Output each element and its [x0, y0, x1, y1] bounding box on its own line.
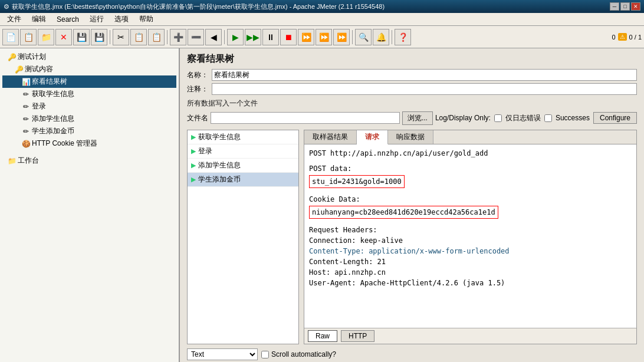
scroll-checkbox[interactable]: [261, 351, 269, 358]
window-title: 获取学生信息.jmx (E:\besttest\python\python自动化…: [12, 2, 385, 11]
text-format-select[interactable]: Text: [187, 348, 258, 360]
gap-1: [309, 159, 632, 163]
post-data-value: stu_id=2431&gold=1000: [309, 175, 405, 188]
successes-label: Successes: [556, 114, 590, 122]
configure-button[interactable]: Configure: [593, 112, 637, 124]
http-button[interactable]: HTTP: [341, 330, 374, 342]
tb-paste[interactable]: 📋: [148, 29, 165, 45]
comment-label: 注释：: [187, 84, 208, 94]
minimize-button[interactable]: ─: [610, 2, 619, 11]
tb-toggle[interactable]: ◀: [205, 29, 222, 45]
toolbar-separator-5: [392, 30, 392, 44]
only-errors-checkbox[interactable]: [494, 114, 502, 122]
sample-list-item-1[interactable]: ▶ 登录: [188, 144, 298, 159]
sample-list-item-3[interactable]: ▶ 学生添加金币: [188, 173, 298, 187]
post-url-line: POST http://api.nnzhp.cn/api/user/gold_a…: [309, 148, 632, 159]
toolbar-separator-4: [352, 30, 353, 44]
tb-stop[interactable]: ⏹: [280, 29, 297, 45]
cookie-icon: 🍪: [21, 139, 31, 149]
maximize-button[interactable]: □: [620, 2, 630, 11]
successes-checkbox[interactable]: [544, 114, 552, 122]
tb-copy[interactable]: 📋: [130, 29, 147, 45]
toolbar-separator-2: [167, 30, 167, 44]
menu-edit[interactable]: 编辑: [27, 13, 51, 25]
sample-icon-2: ▶: [191, 162, 196, 169]
menu-run[interactable]: 运行: [85, 13, 109, 25]
tree-item-add-student[interactable]: ✏ 添加学生信息: [2, 113, 176, 125]
menu-help[interactable]: 帮助: [134, 13, 158, 25]
tb-open[interactable]: 📁: [38, 29, 54, 45]
sample-list-item-2[interactable]: ▶ 添加学生信息: [188, 159, 298, 173]
comment-input[interactable]: [212, 83, 637, 95]
raw-button[interactable]: Raw: [308, 330, 337, 342]
workarea-icon: 📁: [7, 156, 17, 166]
file-input[interactable]: [211, 112, 400, 124]
sample-icon-0: ▶: [191, 133, 196, 141]
connection-line: Connection: keep-alive: [309, 235, 632, 246]
tb-help[interactable]: ❓: [395, 29, 411, 45]
browse-button[interactable]: 浏览...: [402, 111, 433, 125]
tb-open-template[interactable]: 📋: [20, 29, 37, 45]
name-input[interactable]: [212, 69, 637, 81]
tb-clear-all[interactable]: ⏩: [333, 29, 350, 45]
tree-item-get-student-info[interactable]: ✏ 获取学生信息: [2, 88, 176, 100]
tab-sampler-result[interactable]: 取样器结果: [304, 130, 357, 144]
detail-content: POST http://api.nnzhp.cn/api/user/gold_a…: [304, 144, 636, 328]
menu-search[interactable]: Search: [52, 14, 84, 25]
tree-item-http-cookie[interactable]: 🍪 HTTP Cookie 管理器: [2, 137, 176, 150]
tree-item-view-results[interactable]: 📊 察看结果树: [2, 75, 176, 88]
sample-list: ▶ 获取学生信息 ▶ 登录 ▶ 添加学生信息 ▶ 学生添加金币: [187, 130, 299, 344]
menu-file[interactable]: 文件: [2, 13, 26, 25]
left-panel: 🔑 测试计划 🔑 测试内容 📊 察看结果树 ✏ 获取学生信息 ✏ 登录 ✏: [0, 48, 180, 362]
edit-icon-4: ✏: [21, 127, 31, 136]
host-line: Host: api.nnzhp.cn: [309, 267, 632, 278]
tree-container: 🔑 测试计划 🔑 测试内容 📊 察看结果树 ✏ 获取学生信息 ✏ 登录 ✏: [0, 48, 179, 169]
post-data-label: POST data:: [309, 163, 632, 174]
tb-collapse[interactable]: ➖: [188, 29, 204, 45]
tree-label-login: 登录: [32, 101, 46, 111]
tb-search[interactable]: 🔍: [355, 29, 372, 45]
gap-3: [309, 220, 632, 225]
name-row: 名称：: [187, 69, 637, 81]
log-display-label: Log/Display Only:: [435, 114, 491, 122]
tree-item-add-gold[interactable]: ✏ 学生添加金币: [2, 125, 176, 137]
sample-label-2: 添加学生信息: [198, 160, 241, 170]
tab-request[interactable]: 请求: [357, 130, 388, 144]
tb-shutdown[interactable]: ⏩: [298, 29, 314, 45]
tb-clear[interactable]: ⏩: [316, 29, 332, 45]
tree-label-http-cookie: HTTP Cookie 管理器: [32, 139, 97, 149]
tb-expand[interactable]: ➕: [170, 29, 186, 45]
close-button[interactable]: ✕: [631, 2, 640, 11]
tree-label-test-plan: 测试计划: [18, 52, 46, 62]
tree-item-workarea[interactable]: 📁 工作台: [2, 154, 176, 167]
tb-cut[interactable]: ✂: [113, 29, 129, 45]
tb-start-nopause[interactable]: ▶▶: [245, 29, 261, 45]
tb-save-all[interactable]: 💾: [91, 29, 107, 45]
gap-2: [309, 189, 632, 194]
tb-remote[interactable]: 🔔: [373, 29, 389, 45]
tree-label-add-student: 添加学生信息: [32, 114, 74, 124]
name-label: 名称：: [187, 70, 208, 80]
tb-new[interactable]: 📄: [2, 29, 19, 45]
title-bar: ⚙ 获取学生信息.jmx (E:\besttest\python\python自…: [0, 0, 644, 13]
scroll-label-text: Scroll automatically?: [271, 350, 336, 358]
menu-options[interactable]: 选项: [110, 13, 133, 25]
tree-item-login[interactable]: ✏ 登录: [2, 100, 176, 113]
sample-list-item-0[interactable]: ▶ 获取学生信息: [188, 130, 298, 144]
tb-save[interactable]: 💾: [73, 29, 90, 45]
content-length-line: Content-Length: 21: [309, 256, 632, 267]
tb-close[interactable]: ✕: [55, 29, 72, 45]
cookie-data-label: Cookie Data:: [309, 194, 632, 205]
tb-pause[interactable]: ⏸: [262, 29, 279, 45]
all-data-label: 所有数据写入一个文件: [187, 99, 258, 107]
sample-label-3: 学生添加金币: [198, 175, 241, 185]
file-label: 文件名: [187, 113, 208, 123]
tree-item-test-plan[interactable]: 🔑 测试计划: [2, 51, 176, 63]
tab-response-data[interactable]: 响应数据: [388, 130, 433, 144]
sample-label-1: 登录: [198, 146, 212, 156]
tree-item-test-content[interactable]: 🔑 测试内容: [2, 63, 176, 75]
tb-start[interactable]: ▶: [227, 29, 244, 45]
form-section: 名称： 注释：: [180, 68, 644, 98]
app-icon: ⚙: [4, 3, 9, 11]
warning-icon: ⚠: [618, 33, 627, 41]
